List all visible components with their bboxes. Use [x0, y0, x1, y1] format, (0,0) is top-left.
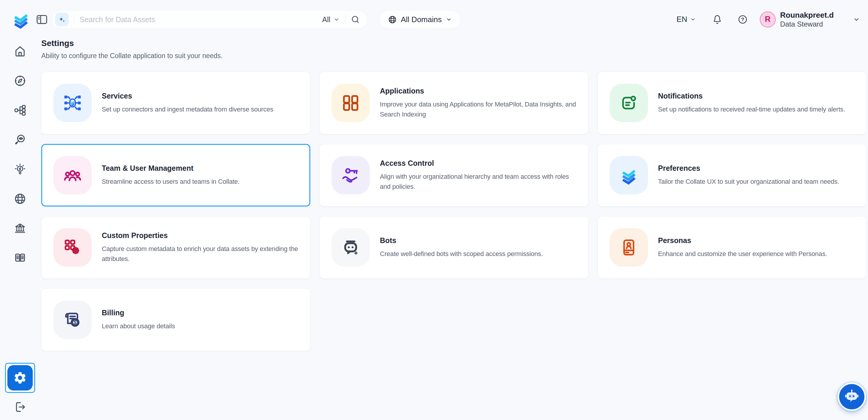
card-description: Create well-defined bots with scoped acc… [380, 249, 543, 259]
global-search-bar[interactable]: All [51, 10, 368, 29]
chevron-down-icon [690, 16, 696, 22]
card-title: Billing [102, 308, 175, 317]
language-selector[interactable]: EN [677, 15, 696, 24]
sidebar-item-home[interactable] [13, 45, 27, 58]
domains-dropdown[interactable]: All Domains [379, 10, 461, 29]
collate-logo-icon[interactable] [11, 10, 31, 29]
access-control-tile [332, 156, 370, 194]
svg-text:?: ? [741, 17, 744, 22]
search-input[interactable] [80, 16, 322, 24]
page-subtitle: Ability to configure the Collate applica… [41, 52, 867, 60]
domains-label: All Domains [401, 15, 442, 24]
help-icon[interactable]: ? [737, 14, 748, 25]
card-title: Custom Properties [102, 231, 301, 240]
card-description: Set up connectors and ingest metadata fr… [102, 104, 273, 115]
search-scope-dropdown[interactable]: All [322, 16, 340, 24]
top-header: All All Domains EN ? R [0, 0, 868, 39]
sidebar-item-observability[interactable] [13, 133, 27, 146]
user-role: Data Steward [780, 20, 834, 28]
card-description: Enhance and customize the user experienc… [658, 249, 827, 259]
settings-card-personas[interactable]: Personas Enhance and customize the user … [597, 216, 867, 279]
settings-card-bots[interactable]: Bots Create well-defined bots with scope… [319, 216, 588, 279]
hand-key-icon [341, 166, 361, 185]
card-title: Bots [380, 236, 543, 245]
globe-icon [388, 15, 397, 24]
chevron-down-icon [446, 16, 452, 23]
app-grid-icon [341, 93, 360, 112]
grid-gear-icon [63, 238, 82, 257]
settings-card-team-user-management[interactable]: Team & User Management Streamline access… [41, 144, 310, 206]
collate-logo-icon [619, 166, 638, 185]
sidebar-toggle-icon[interactable] [35, 13, 49, 26]
preferences-tile [610, 156, 648, 194]
card-title: Team & User Management [102, 164, 240, 173]
sidebar-item-explore[interactable] [13, 74, 27, 87]
main-content: Settings Ability to configure the Collat… [40, 39, 868, 420]
services-network-icon [63, 93, 83, 113]
card-title: Services [102, 92, 273, 100]
settings-card-services[interactable]: Services Set up connectors and ingest me… [41, 72, 310, 134]
card-description: Improve your data using Applications for… [380, 99, 579, 119]
search-icon[interactable] [351, 15, 360, 24]
chatbot-fab[interactable] [838, 383, 866, 411]
card-description: Learn about usage details [102, 321, 175, 331]
page-title: Settings [41, 39, 867, 48]
applications-tile [332, 84, 370, 122]
team-tile [53, 156, 92, 194]
settings-card-notifications[interactable]: Notifications Set up notifications to re… [597, 72, 867, 134]
card-title: Preferences [658, 164, 839, 173]
notifications-bell-icon[interactable] [712, 14, 722, 25]
card-text: Personas Enhance and customize the user … [658, 236, 836, 259]
logout-icon[interactable] [13, 400, 27, 414]
user-info: Rounakpreet.d Data Steward [780, 11, 834, 29]
card-text: Team & User Management Streamline access… [102, 164, 248, 187]
notifications-tile [610, 84, 648, 122]
card-description: Align with your organizational hierarchy… [380, 172, 579, 192]
sidebar-item-glossary[interactable] [13, 251, 27, 264]
chatbot-icon [843, 388, 860, 405]
personas-tile [610, 228, 648, 267]
card-description: Set up notifications to received real-ti… [658, 104, 845, 115]
card-text: Bots Create well-defined bots with scope… [380, 236, 552, 259]
card-text: Notifications Set up notifications to re… [658, 92, 854, 115]
settings-card-access-control[interactable]: Access Control Align with your organizat… [319, 144, 588, 206]
user-menu-chevron-icon[interactable] [852, 16, 860, 23]
card-description: Streamline access to users and teams in … [102, 177, 240, 187]
card-text: Services Set up connectors and ingest me… [102, 92, 282, 115]
billing-tile: $ [53, 301, 92, 339]
settings-card-applications[interactable]: Applications Improve your data using App… [319, 72, 588, 134]
sidebar-item-insights[interactable] [13, 163, 27, 176]
notification-note-icon [619, 93, 638, 112]
card-title: Notifications [658, 92, 845, 100]
settings-card-custom-properties[interactable]: Custom Properties Capture custom metadat… [41, 216, 310, 279]
ai-sparkle-icon[interactable] [55, 13, 69, 26]
sidebar-item-governance[interactable] [13, 222, 27, 235]
settings-card-preferences[interactable]: Preferences Tailor the Collate UX to sui… [597, 144, 867, 206]
card-description: Capture custom metadata to enrich your d… [102, 244, 301, 264]
receipt-dollar-icon: $ [63, 310, 82, 329]
card-text: Billing Learn about usage details [102, 308, 184, 331]
sidebar-item-settings-selected[interactable] [5, 363, 35, 393]
avatar[interactable]: R [760, 11, 776, 27]
left-sidebar [0, 39, 40, 420]
card-description: Tailor the Collate UX to suit your organ… [658, 177, 839, 187]
card-title: Applications [380, 87, 579, 95]
persona-card-icon [619, 238, 638, 257]
card-text: Applications Improve your data using App… [380, 87, 588, 119]
divider [74, 15, 74, 24]
settings-cards-grid: Services Set up connectors and ingest me… [41, 72, 867, 351]
search-scope-label: All [322, 16, 330, 24]
card-text: Custom Properties Capture custom metadat… [102, 231, 310, 264]
chevron-down-icon [333, 16, 340, 23]
language-label: EN [677, 15, 687, 24]
settings-card-billing[interactable]: $ Billing Learn about usage details [41, 289, 310, 351]
robot-sparkle-icon [341, 238, 360, 257]
settings-button[interactable] [7, 365, 33, 390]
card-title: Personas [658, 236, 827, 245]
divider [345, 15, 345, 24]
card-text: Preferences Tailor the Collate UX to sui… [658, 164, 848, 187]
sidebar-item-lineage[interactable] [13, 104, 27, 117]
card-text: Access Control Align with your organizat… [380, 159, 588, 192]
team-users-icon [63, 166, 82, 185]
sidebar-item-domains[interactable] [13, 192, 27, 205]
